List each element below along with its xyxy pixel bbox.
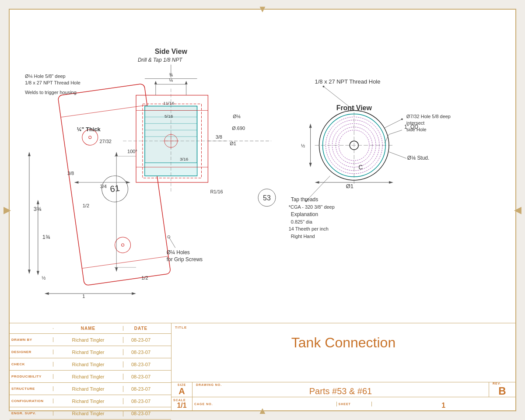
page-container: ▼ ▲ ▶ ◀ 61 [9, 9, 516, 411]
svg-text:1/2: 1/2 [83, 203, 89, 208]
rev-label: REV. [493, 382, 512, 385]
svg-text:¼" Thick: ¼" Thick [77, 126, 101, 133]
svg-text:0.825" dia: 0.825" dia [291, 219, 313, 224]
svg-point-87 [323, 86, 325, 88]
label-check: CHECK [10, 362, 53, 367]
svg-text:Ø1: Ø1 [230, 141, 236, 146]
name-engr: Richard Tingler [53, 410, 123, 416]
svg-text:27/32: 27/32 [100, 139, 112, 144]
arrow-top: ▼ [258, 4, 267, 15]
label-structure: STRUCTURE [10, 386, 53, 391]
name-structure: Richard Tingler [53, 386, 123, 392]
arrow-left: ▶ [4, 204, 11, 216]
svg-text:1/2: 1/2 [141, 275, 148, 280]
table-row: DESIGNER Richard Tingler 08-23-07 [10, 346, 171, 358]
svg-text:3/8: 3/8 [67, 171, 74, 176]
name-producibility: Richard Tingler [53, 374, 123, 380]
scale-section: SCALE 1/1 CAGE NO. SHEET 1 [172, 397, 515, 410]
svg-text:*CGA - 320 3/8" deep: *CGA - 320 3/8" deep [289, 204, 335, 210]
size-box: SIZE A [172, 382, 192, 397]
table-row: CONFIGURATION Richard Tingler 08-23-07 [10, 395, 171, 407]
svg-text:53: 53 [263, 194, 271, 202]
name-check: Richard Tingler [53, 361, 123, 368]
svg-text:Tap threads: Tap threads [291, 196, 318, 203]
svg-text:1/8 x 27 NPT Thread Hole: 1/8 x 27 NPT Thread Hole [315, 78, 381, 85]
svg-text:14 Theeth per inch: 14 Theeth per inch [289, 226, 329, 231]
svg-text:Drill & Tap 1/8 NPT: Drill & Tap 1/8 NPT [138, 57, 182, 63]
date-designer: 08-23-07 [123, 349, 158, 355]
svg-text:61: 61 [109, 183, 120, 194]
label-producibility: PRODUCIBILITY [10, 374, 53, 379]
svg-text:3/4: 3/4 [100, 184, 107, 189]
blank-header [10, 328, 53, 329]
sheet-box: SHEET [337, 402, 372, 406]
technical-drawing-svg: 61 [10, 10, 515, 325]
scale-value: 1/1 [173, 402, 190, 410]
col-date-header: DATE [123, 326, 158, 331]
svg-text:5/16: 5/16 [164, 114, 173, 119]
title-section: TITLE Tank Connection [172, 323, 515, 382]
svg-text:Ø⅛: Ø⅛ [233, 114, 241, 119]
svg-text:¼: ¼ [169, 77, 173, 83]
scale-label: SCALE [173, 399, 190, 402]
name-configuration: Richard Tingler [53, 398, 123, 404]
scale-box: SCALE 1/1 [172, 397, 192, 410]
svg-text:Ø⅛ Stud.: Ø⅛ Stud. [407, 155, 429, 161]
svg-text:Front View: Front View [336, 104, 372, 112]
svg-text:3/16: 3/16 [180, 157, 189, 161]
arrow-bottom: ▲ [258, 405, 267, 416]
table-row: CHECK Richard Tingler 08-23-07 [10, 358, 171, 371]
svg-text:11/16: 11/16 [163, 101, 174, 105]
size-label: SIZE [172, 383, 192, 386]
date-check: 08-23-07 [123, 361, 158, 368]
svg-text:Ø.690: Ø.690 [232, 126, 245, 131]
svg-text:½: ½ [42, 275, 46, 280]
svg-text:intersect: intersect [406, 120, 424, 126]
table-row: ENGR. SUPV. Richard Tingler 08-23-07 [10, 407, 171, 420]
title-block: NAME DATE DRAWN BY Richard Tingler 08-23… [10, 323, 515, 410]
title-block-personnel: NAME DATE DRAWN BY Richard Tingler 08-23… [10, 323, 172, 410]
drawing-area: 61 [10, 10, 515, 325]
date-structure: 08-23-07 [123, 386, 158, 392]
svg-text:Side View: Side View [155, 48, 188, 55]
svg-text:C: C [358, 164, 363, 171]
date-drawn: 08-23-07 [123, 337, 158, 343]
label-configuration: CONFIGURATION [10, 399, 53, 403]
date-engr: 08-23-07 [123, 410, 158, 416]
svg-text:Ø1: Ø1 [346, 183, 354, 189]
table-header-row: NAME DATE [10, 323, 171, 334]
title-block-drawing-info: TITLE Tank Connection SIZE A DRAWING NO.… [172, 323, 515, 410]
date-producibility: 08-23-07 [123, 374, 158, 380]
col-name-header: NAME [53, 326, 123, 331]
svg-text:Explanation: Explanation [291, 211, 318, 217]
label-designer: DESIGNER [10, 350, 53, 354]
rev-box: REV. B [489, 381, 515, 398]
svg-text:100°: 100° [127, 149, 137, 154]
svg-text:1/8 x 27 NPT Thread Hole: 1/8 x 27 NPT Thread Hole [25, 80, 80, 85]
name-drawn: Richard Tingler [53, 337, 123, 343]
name-designer: Richard Tingler [53, 349, 123, 355]
table-row: DRAWN BY Richard Tingler 08-23-07 [10, 334, 171, 346]
svg-text:½: ½ [301, 143, 305, 148]
sheet-label: SHEET [339, 402, 370, 406]
sheet-num-box: 1 [372, 397, 516, 410]
table-row: PRODUCIBILITY Richard Tingler 08-23-07 [10, 371, 171, 383]
title-label: TITLE [175, 326, 187, 329]
size-value: A [172, 386, 192, 396]
svg-text:R1/16: R1/16 [210, 189, 223, 194]
svg-text:Right Hand: Right Hand [291, 234, 315, 239]
svg-text:3¾: 3¾ [34, 206, 42, 212]
svg-text:for Grip Screws: for Grip Screws [167, 256, 203, 262]
svg-text:side Hole: side Hole [406, 127, 427, 132]
label-drawn: DRAWN BY [10, 337, 53, 342]
table-row: STRUCTURE Richard Tingler 08-23-07 [10, 383, 171, 395]
svg-text:3/8: 3/8 [216, 134, 222, 140]
drawing-no-value: Parts #53 & #61 [196, 386, 485, 396]
arrow-right: ◀ [514, 204, 522, 216]
svg-point-92 [401, 118, 403, 120]
label-engr: ENGR. SUPV. [10, 411, 53, 416]
drawing-no-box: DRAWING NO. Parts #53 & #61 [192, 382, 489, 397]
drawing-no-label: DRAWING NO. [196, 383, 485, 386]
drawing-no-section: SIZE A DRAWING NO. Parts #53 & #61 REV. … [172, 382, 515, 397]
svg-rect-0 [10, 10, 515, 324]
